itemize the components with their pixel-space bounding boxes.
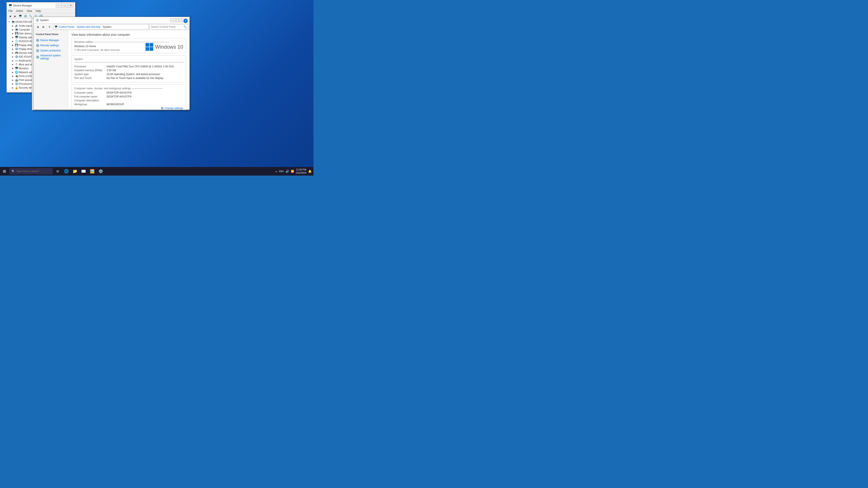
item-expander-4: ▶ <box>11 40 14 43</box>
nav-forward[interactable]: ▶ <box>41 24 46 30</box>
sidebar-device-manager[interactable]: ⚙️ Device Manager <box>34 38 67 43</box>
volume-icon[interactable]: 🔊 <box>285 169 289 173</box>
wg-value: WORKGROUP <box>106 103 124 106</box>
item-icon-2: 💾 <box>15 32 18 35</box>
breadcrumb-sep1: › <box>75 26 76 28</box>
system-sidebar: Control Panel Home ⚙️ Device Manager ⚙️ … <box>34 30 68 109</box>
full-computer-name-row: Full computer name: DESKTOP-KKVO7F9 <box>74 95 183 98</box>
sidebar-remote-settings[interactable]: ⚙️ Remote settings <box>34 43 67 48</box>
item-icon-11: 🖥️ <box>15 67 18 70</box>
edge-taskbar[interactable]: 🌐 <box>62 167 71 175</box>
system-type-value: 32-bit Operating System, x64-based proce… <box>106 73 160 76</box>
pen-value: No Pen or Touch Input is available for t… <box>106 76 163 79</box>
maximize-button[interactable]: □ <box>62 3 67 8</box>
logo-pane-2 <box>150 43 153 47</box>
logo-pane-1 <box>146 43 149 47</box>
photos-taskbar[interactable]: 🖼️ <box>88 167 96 175</box>
windows-edition-section: Windows edition ────────────────────────… <box>71 38 186 53</box>
toolbar-forward[interactable]: ▶ <box>13 14 18 19</box>
main-heading: View basic information about your comput… <box>71 33 130 36</box>
explorer-taskbar[interactable]: 📁 <box>71 167 79 175</box>
item-expander-12: ▶ <box>11 71 14 74</box>
change-settings-link[interactable]: ⚙️ Change settings <box>161 107 183 109</box>
taskbar-search-input[interactable] <box>16 170 51 173</box>
root-icon: 💻 <box>11 20 15 24</box>
clock-date: 2/22/2024 <box>296 171 306 174</box>
item-expander-3: ▶ <box>11 36 14 39</box>
system-minimize[interactable]: ─ <box>170 18 176 22</box>
item-icon-9: ⌨️ <box>15 59 18 62</box>
sidebar-title: Control Panel Home <box>34 32 67 36</box>
sidebar-advanced-label: Advanced system settings <box>40 54 66 60</box>
menu-file[interactable]: File <box>7 9 14 13</box>
device-manager-controls: ─ □ ✕ <box>56 3 73 8</box>
toolbar-computer[interactable]: 🖥️ <box>18 14 23 19</box>
notification-icon[interactable]: 🔔 <box>308 169 312 173</box>
fcn-value: DESKTOP-KKVO7F9 <box>106 95 131 98</box>
system-maximize[interactable]: □ <box>176 18 182 22</box>
processor-row: Processor: Intel(R) Core(TM)2 Duo CPU E4… <box>74 65 183 68</box>
item-icon-6: ⚙️ <box>15 47 18 51</box>
breadcrumb-cp[interactable]: Control Panel <box>59 25 74 28</box>
item-label-2: Disk drives <box>19 32 31 35</box>
taskbar-clock[interactable]: 11:58 PM 2/22/2024 <box>296 168 306 175</box>
taskbar-search[interactable]: 🔍 <box>9 168 53 174</box>
item-expander-14: ▶ <box>11 78 14 82</box>
item-icon-13: 🔌 <box>15 74 18 78</box>
sidebar-system-protection[interactable]: ⚙️ System protection <box>34 48 67 53</box>
item-expander-5: ▶ <box>11 43 14 47</box>
system-titlebar: 🛡️ System ─ □ ✕ <box>34 17 189 24</box>
minimize-button[interactable]: ─ <box>56 3 61 8</box>
close-button[interactable]: ✕ <box>68 3 73 8</box>
nav-up[interactable]: ⬆ <box>47 24 52 30</box>
item-expander-6: ▶ <box>11 47 14 51</box>
system-protection-icon: ⚙️ <box>36 49 39 52</box>
item-label-1: Computer <box>19 28 30 31</box>
menu-view[interactable]: View <box>25 9 34 13</box>
processor-value: Intel(R) Core(TM)2 Duo CPU E4600 @ 2.40G… <box>106 65 174 68</box>
sidebar-advanced-settings[interactable]: ⚙️ Advanced system settings <box>34 53 67 61</box>
device-manager-title: Device Manager <box>13 4 56 7</box>
search-input[interactable] <box>151 25 183 28</box>
toolbar-scan[interactable]: 🔍 <box>28 14 33 19</box>
item-expander-8: ▶ <box>11 55 14 59</box>
item-icon-8: ⚙️ <box>15 55 18 59</box>
win10-text: Windows 10 <box>155 44 183 50</box>
menu-action[interactable]: Action <box>14 9 25 13</box>
sidebar-device-manager-label: Device Manager <box>40 39 59 42</box>
item-icon-3: 🖥️ <box>15 36 18 39</box>
logo-pane-4 <box>150 47 153 51</box>
device-manager-title-icon: 🖥️ <box>8 4 12 7</box>
pen-row: Pen and Touch: No Pen or Touch Input is … <box>74 76 183 79</box>
toolbar-properties[interactable]: ⚙️ <box>23 14 28 19</box>
item-expander-9: ▶ <box>11 59 14 62</box>
menu-help[interactable]: Help <box>34 9 43 13</box>
task-view-button[interactable]: ⧉ <box>53 167 62 175</box>
item-expander-1: ▶ <box>11 28 14 31</box>
pen-label: Pen and Touch: <box>74 76 106 79</box>
search-magnifier: 🔍 <box>11 170 15 173</box>
item-icon-5: 💾 <box>15 43 18 47</box>
toolbar-back[interactable]: ◀ <box>7 14 12 19</box>
mail-taskbar[interactable]: ✉️ <box>79 167 88 175</box>
item-expander-17: ▶ <box>11 90 14 90</box>
description-row: Computer description: <box>74 99 183 102</box>
settings-taskbar[interactable]: ⚙️ <box>96 167 105 175</box>
item-expander-7: ▶ <box>11 51 14 55</box>
nav-breadcrumb[interactable]: 🖥️ Control Panel › System and Security ›… <box>53 24 149 30</box>
nav-search[interactable]: 🔍 <box>149 24 188 30</box>
workgroup-row: Workgroup: WORKGROUP <box>74 103 183 106</box>
wg-label: Workgroup: <box>74 103 106 106</box>
system-tray-icons: ▲ <box>275 170 278 172</box>
keyboard-indicator: ENG <box>279 170 284 172</box>
system-nav: ◀ ▶ ⬆ 🖥️ Control Panel › System and Secu… <box>34 24 189 30</box>
nav-back[interactable]: ◀ <box>35 24 40 30</box>
system-title-text: System <box>40 19 170 22</box>
breadcrumb-security[interactable]: System and Security <box>76 25 100 28</box>
network-icon[interactable]: 📶 <box>291 170 294 173</box>
start-button[interactable]: ⊞ <box>0 167 9 175</box>
clock-time: 11:58 PM <box>296 168 306 171</box>
breadcrumb-icon: 🖥️ <box>55 25 58 28</box>
system-body: Control Panel Home ⚙️ Device Manager ⚙️ … <box>34 30 189 109</box>
item-expander-0: ▶ <box>11 24 14 28</box>
